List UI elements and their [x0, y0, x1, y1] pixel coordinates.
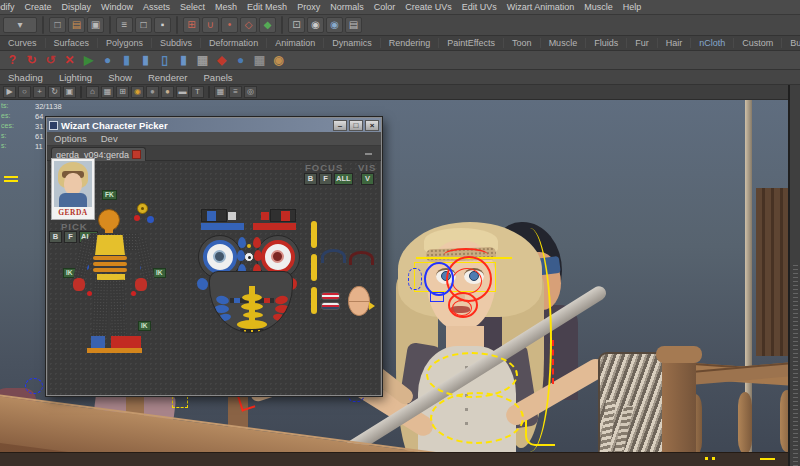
focus-button[interactable]: B: [304, 173, 317, 185]
shelf-tab[interactable]: Curves: [0, 38, 46, 48]
menu-item[interactable]: Display: [57, 2, 97, 12]
picker-menu-item[interactable]: Dev: [94, 133, 125, 144]
key-control-icon[interactable]: [137, 203, 148, 214]
menu-item[interactable]: Create UVs: [400, 2, 457, 12]
select-hierarchy-icon[interactable]: ≡: [116, 17, 133, 33]
shelf-icon-rotate-cw[interactable]: ↻: [23, 52, 40, 69]
shelf-tab[interactable]: PaintEffects: [439, 38, 504, 48]
shelf-tab[interactable]: Custom: [734, 38, 782, 48]
rig-curve-temple-left[interactable]: [408, 268, 422, 290]
rig-curve-red-dashes[interactable]: [552, 340, 554, 384]
face-picker-iris-left[interactable]: [213, 250, 226, 263]
xray-mode-icon[interactable]: ≡: [229, 86, 242, 98]
shelf-tab[interactable]: Toon: [504, 38, 541, 48]
face-picker-red-shape[interactable]: [254, 250, 262, 261]
fk-badge[interactable]: FK: [102, 190, 117, 200]
shelf-icon-sphere[interactable]: ●: [99, 52, 116, 69]
picker-head-shape-control[interactable]: [348, 286, 370, 316]
shelf-tab[interactable]: Fur: [627, 38, 658, 48]
shelf-tab[interactable]: Rendering: [381, 38, 440, 48]
rig-curve-waist[interactable]: [430, 392, 524, 444]
shelf-icon-capsule-blue[interactable]: ●: [232, 52, 249, 69]
ik-badge-right-arm[interactable]: IK: [153, 268, 166, 278]
snap-to-plane-icon[interactable]: ◇: [240, 17, 257, 33]
shelf-icon-help[interactable]: ?: [4, 52, 21, 69]
vis-button[interactable]: V: [361, 173, 374, 185]
picker-brow-arc-red[interactable]: [349, 251, 374, 265]
shelf-tab[interactable]: Dynamics: [324, 38, 381, 48]
picker-dot-red[interactable]: [134, 215, 140, 221]
rig-curve-blue-left[interactable]: [25, 378, 43, 394]
select-component-icon[interactable]: ▪: [154, 17, 171, 33]
shelf-icon-arrow[interactable]: ▶: [80, 52, 97, 69]
rig-curve-dot[interactable]: [705, 457, 708, 460]
camera-home-icon[interactable]: ⌂: [86, 86, 99, 98]
rig-curve-dot[interactable]: [712, 457, 715, 460]
shelf-icon-joint-a[interactable]: ▮: [118, 52, 135, 69]
select-tool-icon[interactable]: ▶: [3, 86, 16, 98]
ship-post[interactable]: [662, 352, 696, 466]
menu-item[interactable]: Wizart Animation: [502, 2, 580, 12]
menu-item[interactable]: Proxy: [292, 2, 325, 12]
face-picker-blue-shape[interactable]: [237, 250, 245, 261]
panel-menu-item[interactable]: Lighting: [51, 72, 100, 83]
snap-to-point-icon[interactable]: •: [221, 17, 238, 33]
lasso-tool-icon[interactable]: ○: [18, 86, 31, 98]
rig-curve-dash[interactable]: [760, 458, 775, 460]
body-picker-leg-right[interactable]: [109, 280, 126, 336]
shelf-tab[interactable]: Fluids: [586, 38, 627, 48]
construction-history-icon[interactable]: ⊡: [288, 17, 305, 33]
rig-curve-yellow-mark[interactable]: [4, 176, 18, 178]
menu-item[interactable]: Window: [96, 2, 138, 12]
panel-menu-item[interactable]: Show: [100, 72, 140, 83]
rotate-tool-icon[interactable]: ↻: [48, 86, 61, 98]
wireframe-mode-icon[interactable]: ▦: [214, 86, 227, 98]
make-live-icon[interactable]: ◆: [259, 17, 276, 33]
shelf-tab[interactable]: Animation: [267, 38, 324, 48]
focus-button[interactable]: F: [319, 173, 332, 185]
menu-item[interactable]: Normals: [325, 2, 369, 12]
menu-item[interactable]: Help: [618, 2, 647, 12]
tab-close-icon[interactable]: [132, 150, 141, 159]
shelf-tab[interactable]: Muscle: [541, 38, 587, 48]
menu-item[interactable]: Muscle: [579, 2, 618, 12]
rig-curve-chest[interactable]: [426, 352, 518, 398]
picker-menu-item[interactable]: Options: [47, 133, 94, 144]
rig-curve-body-side[interactable]: [508, 228, 552, 452]
shelf-tab[interactable]: Subdivs: [152, 38, 201, 48]
body-picker-foot-left[interactable]: [91, 336, 105, 348]
snap-to-grid-icon[interactable]: ⊞: [183, 17, 200, 33]
body-picker-torso[interactable]: [95, 235, 125, 255]
face-picker-iris-right[interactable]: [271, 250, 284, 263]
rig-curve-yellow-small[interactable]: [172, 396, 188, 408]
face-picker-brow-right[interactable]: [253, 209, 296, 231]
minimize-button[interactable]: –: [333, 120, 347, 131]
menu-item[interactable]: Edit UVs: [457, 2, 502, 12]
ipr-render-icon[interactable]: ◉: [326, 17, 343, 33]
shelf-icon-delete[interactable]: ✕: [61, 52, 78, 69]
scale-tool-icon[interactable]: ▣: [63, 86, 76, 98]
shelf-icon-joint-c[interactable]: ▯: [156, 52, 173, 69]
wizart-character-picker-window[interactable]: Wizart Character Picker –□× OptionsDev g…: [46, 117, 382, 396]
shelf-icon-paint[interactable]: ◉: [270, 52, 287, 69]
select-object-icon[interactable]: □: [135, 17, 152, 33]
shelf-icon-capsule-red[interactable]: ◆: [213, 52, 230, 69]
rig-curve-eye-left[interactable]: [424, 262, 454, 296]
panel-menu-item[interactable]: Shading: [0, 72, 51, 83]
face-picker-brow-left[interactable]: [201, 209, 244, 231]
picker-lips-control-upper[interactable]: [321, 292, 340, 300]
shelf-tab[interactable]: Hair: [658, 38, 692, 48]
move-tool-icon[interactable]: +: [33, 86, 46, 98]
maximize-button[interactable]: □: [349, 120, 363, 131]
shelf-icon-joint-b[interactable]: ▮: [137, 52, 154, 69]
shaded-mode-icon[interactable]: ●: [146, 86, 159, 98]
close-button[interactable]: ×: [365, 120, 379, 131]
snap-to-curve-icon[interactable]: ∪: [202, 17, 219, 33]
panel-menu-item[interactable]: Renderer: [140, 72, 196, 83]
picker-dot-blue[interactable]: [147, 216, 154, 223]
ik-badge-leg[interactable]: IK: [138, 321, 151, 331]
character-thumbnail-card[interactable]: GERDA: [51, 158, 95, 220]
rig-curve-eye-right-inner[interactable]: [452, 268, 482, 294]
film-gate-icon[interactable]: ▬: [176, 86, 189, 98]
body-picker-belly-stripe[interactable]: [93, 268, 127, 272]
